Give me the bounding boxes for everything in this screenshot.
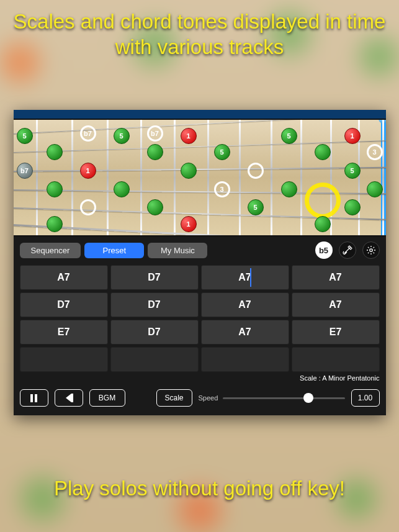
note-dot[interactable]: 1 [181, 128, 197, 144]
note-dot[interactable]: 3 [367, 144, 383, 160]
playhead-cursor [250, 268, 251, 287]
chord-grid: A7D7A7A7D7D7A7A7E7D7A7E7 [20, 265, 380, 372]
app-screenshot: 5b7b715b7115355153 Sequencer Preset My M… [14, 110, 386, 415]
chord-cell[interactable]: A7 [201, 320, 289, 345]
fret-line [71, 120, 73, 235]
speed-thumb[interactable] [303, 393, 313, 403]
fret-line [271, 120, 272, 235]
guitar-icon[interactable] [339, 241, 356, 259]
chord-cell[interactable]: A7 [201, 265, 289, 290]
note-dot[interactable]: 1 [344, 128, 361, 144]
note-dot[interactable]: b7 [80, 125, 96, 142]
note-dot[interactable]: 5 [114, 128, 130, 144]
note-dot[interactable]: b7 [17, 163, 33, 179]
pause-button[interactable] [20, 389, 48, 407]
speed-label: Speed [199, 394, 218, 402]
note-dot[interactable]: 1 [80, 163, 96, 179]
tab-sequencer[interactable]: Sequencer [20, 243, 81, 258]
note-dot[interactable] [80, 199, 96, 215]
note-dot[interactable] [47, 144, 63, 160]
pause-icon [30, 394, 37, 402]
chord-cell[interactable]: A7 [201, 292, 289, 317]
note-dot[interactable] [147, 199, 163, 215]
speed-value[interactable]: 1.00 [351, 389, 380, 407]
bgm-button[interactable]: BGM [89, 389, 125, 407]
chord-cell[interactable]: E7 [20, 320, 108, 345]
note-dot[interactable] [281, 181, 297, 197]
b5-toggle[interactable]: b5 [315, 241, 333, 259]
note-dot[interactable]: b7 [147, 125, 163, 142]
status-bar [14, 110, 386, 119]
scale-info: Scale : A Minor Pentatonic [20, 374, 380, 382]
chord-cell[interactable]: A7 [292, 292, 380, 317]
chord-cell[interactable]: A7 [20, 265, 108, 290]
note-dot[interactable] [47, 181, 63, 197]
chord-cell[interactable] [201, 347, 289, 372]
fretboard[interactable]: 5b7b715b7115355153 [14, 119, 386, 237]
note-dot[interactable]: 1 [181, 216, 197, 232]
headline-text: Scales and chord tones displayed in time… [0, 0, 399, 69]
tab-mymusic[interactable]: My Music [148, 243, 207, 258]
fret-line [382, 120, 384, 235]
chord-cell[interactable]: E7 [292, 320, 380, 345]
speed-slider[interactable] [223, 397, 344, 399]
note-dot[interactable]: 5 [214, 144, 230, 160]
chord-cell[interactable]: A7 [292, 265, 380, 290]
scale-name: A Minor Pentatonic [322, 374, 379, 382]
tab-preset[interactable]: Preset [84, 243, 144, 258]
note-dot[interactable] [344, 199, 361, 215]
footline-text: Play solos without going off key! [0, 457, 399, 532]
note-dot[interactable] [248, 163, 264, 179]
note-dot[interactable] [147, 144, 163, 160]
note-dot[interactable]: 5 [281, 128, 297, 144]
scale-prefix: Scale : [300, 374, 322, 382]
scale-button[interactable]: Scale [156, 389, 192, 407]
note-dot[interactable] [114, 181, 130, 197]
note-dot[interactable] [315, 144, 331, 160]
note-dot[interactable]: 5 [17, 128, 33, 144]
note-dot[interactable]: 5 [344, 163, 361, 179]
chord-cell[interactable] [292, 347, 380, 372]
chord-cell[interactable]: D7 [110, 265, 199, 290]
note-dot[interactable]: 3 [214, 181, 230, 197]
note-dot[interactable]: 5 [248, 199, 264, 215]
settings-icon[interactable] [362, 241, 380, 259]
restart-icon [66, 394, 71, 402]
fret-line [36, 120, 38, 235]
svg-point-0 [369, 249, 372, 251]
fret-line [107, 120, 109, 235]
note-dot[interactable] [315, 216, 331, 232]
fret-line [174, 120, 176, 235]
fret-line [300, 120, 302, 235]
chord-cell[interactable] [20, 347, 108, 372]
chord-cell[interactable]: D7 [20, 292, 108, 317]
active-highlight-ring [305, 183, 341, 219]
fret-line [207, 120, 209, 235]
mode-tabs: Sequencer Preset My Music b5 [20, 241, 380, 259]
note-dot[interactable] [367, 181, 383, 197]
fret-line [239, 120, 241, 235]
chord-cell[interactable]: D7 [110, 292, 199, 317]
chord-cell[interactable] [110, 347, 199, 372]
chord-cell[interactable]: D7 [110, 320, 199, 345]
note-dot[interactable] [47, 216, 63, 232]
restart-button[interactable] [55, 389, 83, 407]
fret-line [140, 120, 142, 235]
note-dot[interactable] [181, 163, 197, 179]
